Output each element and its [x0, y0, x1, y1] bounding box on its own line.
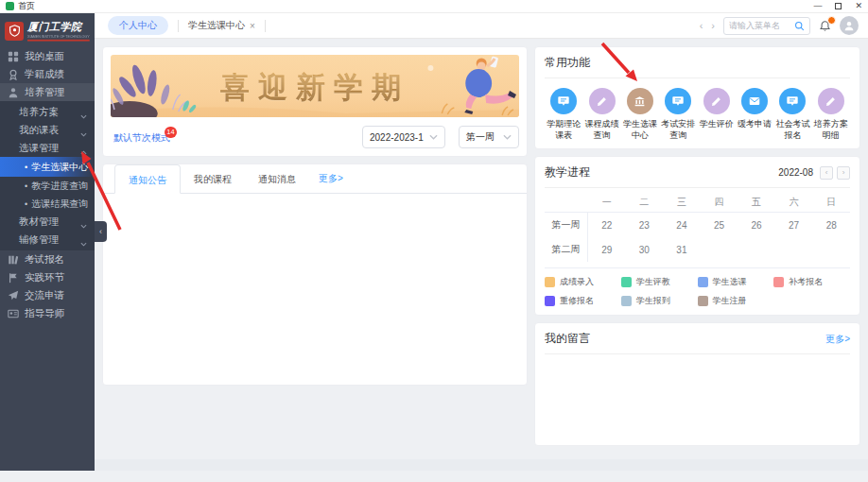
function-semester-timetable[interactable]: 学期理论课表 [545, 88, 582, 141]
tab-personal-center[interactable]: 个人中心 [108, 16, 168, 35]
messages-more-link[interactable]: 更多> [825, 333, 850, 346]
nav-back-icon[interactable]: ‹ [700, 21, 703, 31]
notification-badge [827, 16, 836, 25]
calendar-day: 23 [626, 213, 664, 237]
function-label: 学生选课中心 [621, 119, 659, 141]
sidebar-item-course-selection[interactable]: 选课管理 [0, 139, 95, 157]
chat-bubble-icon [550, 88, 577, 114]
notifications-bell[interactable] [819, 20, 831, 32]
window-title: 首页 [18, 0, 35, 12]
calendar-day: 25 [701, 213, 738, 237]
chevron-down-icon [429, 134, 438, 140]
calendar: 一 二 三 四 五 六 日 第一周 22 23 24 25 [545, 192, 850, 262]
function-exam-schedule-query[interactable]: 考试安排查询 [659, 88, 697, 141]
function-label: 学期理论课表 [545, 119, 582, 141]
sidebar-item-practice[interactable]: 实践环节 [0, 268, 95, 286]
week-select[interactable]: 第一周 [459, 126, 519, 148]
notice-tabs: 通知公告 我的课程 通知消息 更多> [103, 164, 527, 194]
function-student-course-center[interactable]: 学生选课中心 [621, 88, 659, 141]
tab-close-icon[interactable]: × [250, 21, 255, 31]
sidebar-item-my-timetable[interactable]: 我的课表 [0, 121, 95, 139]
training-submenu: 培养方案 我的课表 选课管理 • 学生选课中心 • 教学进度查询 [0, 101, 95, 250]
sidebar-item-student-course-center[interactable]: • 学生选课中心 [0, 157, 95, 177]
my-messages-title: 我的留言 [545, 331, 590, 347]
function-social-exam[interactable]: 社会考试报名 [773, 88, 811, 141]
menu-search-input[interactable] [729, 21, 794, 30]
tab-divider [265, 20, 266, 32]
minimize-button[interactable]: — [813, 2, 822, 10]
tab-notice-messages[interactable]: 通知消息 [245, 164, 309, 194]
search-icon[interactable] [794, 21, 805, 31]
sidebar-item-grades[interactable]: 学籍成绩 [0, 65, 95, 83]
plane-icon [8, 290, 19, 301]
function-grade-query[interactable]: 课程成绩查询 [582, 88, 620, 141]
function-deferred-exam[interactable]: 缓考申请 [736, 88, 773, 141]
pen-icon [703, 88, 730, 114]
pen-icon [589, 88, 616, 114]
user-avatar[interactable] [840, 16, 859, 35]
semester-banner: 喜迎新学期 [111, 55, 519, 117]
sidebar-item-desktop[interactable]: 我的桌面 [0, 47, 95, 65]
training-person-icon [8, 87, 19, 98]
sidebar-item-label: 我的桌面 [25, 50, 64, 63]
sidebar-item-exam-registration[interactable]: 考试报名 [0, 250, 95, 268]
calendar-legend: 成绩录入 学生评教 学生选课 补考报名 重修报名 学生报到 学生注册 [545, 267, 850, 307]
close-button[interactable]: ✕ [855, 2, 862, 10]
day-header: 日 [812, 192, 850, 212]
sidebar-item-label: 选课结果查询 [31, 198, 88, 211]
default-period-mode-link[interactable]: 默认节次模式 14 [111, 131, 173, 144]
function-student-evaluation[interactable]: 学生评价 [698, 88, 736, 141]
desktop-grid-icon [8, 51, 19, 62]
legend-item: 补考报名 [773, 276, 850, 288]
sidebar-item-teaching-progress-query[interactable]: • 教学进度查询 [0, 177, 95, 195]
day-header: 三 [663, 192, 701, 212]
day-header: 一 [588, 192, 626, 212]
page-tabbar: 个人中心 学生选课中心 × ‹ › [95, 13, 868, 39]
legend-item: 成绩录入 [545, 276, 621, 288]
legend-item: 重修报名 [545, 295, 621, 307]
calendar-prev-button[interactable]: ‹ [820, 166, 833, 180]
calendar-day: 22 [588, 213, 626, 237]
tab-notice-announcement[interactable]: 通知公告 [114, 164, 181, 194]
function-label: 缓考申请 [738, 119, 772, 130]
sidebar-item-minor[interactable]: 辅修管理 [0, 231, 95, 249]
pen-icon [818, 88, 844, 114]
sidebar-item-training[interactable]: 培养管理 [0, 83, 95, 101]
teaching-progress-title: 教学进程 [545, 164, 590, 181]
term-select[interactable]: 2022-2023-1 [362, 126, 445, 148]
sidebar-item-label: 教学进度查询 [31, 180, 88, 193]
function-label: 学生评价 [700, 119, 734, 130]
calendar-corner [545, 192, 588, 212]
maximize-button[interactable] [835, 3, 842, 9]
week-label: 第一周 [545, 213, 588, 237]
function-program-detail[interactable]: 培养方案明细 [812, 88, 850, 141]
sidebar-item-label: 实践环节 [25, 271, 64, 284]
mode-label-text: 默认节次模式 [113, 132, 170, 143]
sidebar-item-mentor[interactable]: 指导导师 [0, 304, 95, 322]
legend-item: 学生注册 [698, 295, 774, 307]
chat-bubble-icon [779, 88, 806, 114]
common-functions-title: 常用功能 [545, 55, 590, 71]
notice-card: 通知公告 我的课程 通知消息 更多> [102, 164, 528, 386]
tab-student-course-center[interactable]: 学生选课中心 × [188, 19, 255, 32]
sidebar-item-label: 考试报名 [25, 253, 64, 267]
calendar-day: 29 [588, 237, 626, 262]
calendar-day: 31 [663, 237, 701, 262]
sidebar-item-label: 我的课表 [19, 124, 59, 137]
tab-divider [178, 20, 179, 32]
function-label: 培养方案明细 [812, 119, 850, 141]
school-name-en: XIAMEN INSTITUTE OF TECHNOLOGY [27, 34, 90, 41]
tab-my-courses[interactable]: 我的课程 [181, 164, 245, 194]
sidebar-item-selection-result-query[interactable]: • 选课结果查询 [0, 195, 95, 213]
nav-forward-icon[interactable]: › [711, 21, 715, 31]
notice-more-link[interactable]: 更多> [319, 172, 343, 185]
chevron-up-icon [80, 146, 87, 157]
calendar-next-button[interactable]: › [837, 166, 850, 180]
sidebar-item-textbook[interactable]: 教材管理 [0, 213, 95, 231]
sidebar-collapse-handle[interactable]: ‹ [95, 221, 107, 242]
sidebar-item-exchange[interactable]: 交流申请 [0, 286, 95, 304]
sidebar-item-label: 学生选课中心 [31, 161, 88, 174]
common-functions-card: 常用功能 学期理论课表 课程成绩查询 [534, 46, 860, 149]
calendar-day: 28 [812, 213, 850, 237]
sidebar-item-program[interactable]: 培养方案 [0, 103, 95, 121]
